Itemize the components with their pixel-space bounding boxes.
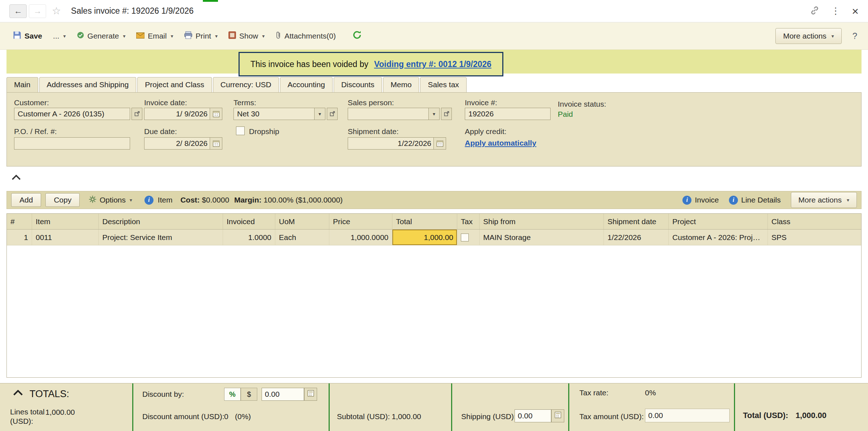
calendar-icon[interactable] [210,108,222,120]
cell-num[interactable]: 1 [7,230,32,245]
print-button[interactable]: Print ▾ [180,28,222,44]
attachments-label: Attachments(0) [285,32,336,40]
cell-price[interactable]: 1,000.0000 [329,230,392,245]
totals-section-discount: Discount by: % $ 0.00 Discount amount (U… [133,383,330,431]
info-icon[interactable]: i [144,196,153,205]
terms-open-button[interactable] [327,108,338,120]
tab-discounts[interactable]: Discounts [334,77,382,92]
save-button[interactable]: Save [9,28,46,44]
column-header-invoiced[interactable]: Invoiced [223,214,275,229]
due-date-value: 2/ 8/2026 [148,139,208,148]
collapse-items-button[interactable] [12,175,21,181]
items-more-actions-button[interactable]: More actions ▾ [791,192,857,208]
tax-checkbox[interactable] [461,234,469,241]
cell-project[interactable]: Customer A - 2026: Proj… [669,230,768,245]
chevron-down-icon: ▾ [130,197,132,203]
shipping-calculator-button[interactable] [551,409,564,422]
column-header-total[interactable]: Total [392,214,457,229]
column-header-tax[interactable]: Tax [457,214,480,229]
cell-item[interactable]: 0011 [32,230,99,245]
chevron-down-icon[interactable]: ▾ [428,108,439,120]
generate-button[interactable]: Generate ▾ [72,28,130,44]
customer-input[interactable]: Customer A - 2026 (0135) [14,108,130,120]
line-details-toggle[interactable]: i Line Details [729,196,781,205]
calendar-icon[interactable] [433,138,446,149]
info-icon: i [729,196,738,205]
due-date-input[interactable]: 2/ 8/2026 [144,137,222,150]
po-ref-input[interactable] [14,137,130,150]
link-icon[interactable] [810,6,819,17]
tab-main[interactable]: Main [6,77,38,92]
copy-row-button[interactable]: Copy [45,193,80,207]
column-header-project[interactable]: Project [669,214,768,229]
refresh-icon [352,30,362,41]
cell-ship-from[interactable]: MAIN Storage [480,230,604,245]
column-header-class[interactable]: Class [768,214,861,229]
terms-select[interactable]: Net 30 ▾ [233,108,325,120]
column-header-ship-from[interactable]: Ship from [480,214,604,229]
customer-label: Customer: [14,98,49,107]
cell-uom[interactable]: Each [275,230,329,245]
calendar-icon[interactable] [210,138,222,149]
apply-automatically-link[interactable]: Apply automatically [465,139,536,147]
discount-input[interactable]: 0.00 [262,388,304,401]
customer-open-button[interactable] [132,108,142,120]
cell-class[interactable]: SPS [768,230,861,245]
favorite-icon[interactable]: ☆ [52,5,61,17]
voided-message-box: This invoice has been voided by Voiding … [239,52,503,76]
chevron-up-icon [12,175,21,181]
shipment-date-input[interactable]: 1/22/2026 [348,137,446,150]
tab-currency[interactable]: Currency: USD [213,77,279,92]
column-header-num[interactable]: # [7,214,32,229]
cell-tax[interactable] [457,230,480,245]
dropship-checkbox[interactable] [236,126,245,135]
close-icon[interactable]: × [852,5,859,17]
tab-accounting[interactable]: Accounting [280,77,333,92]
voiding-entry-link[interactable]: Voiding entry #: 0012 1/9/2026 [374,59,491,69]
options-button[interactable]: Options ▾ [89,196,132,205]
totals-title: TOTALS: [30,388,69,400]
cell-description[interactable]: Project: Service Item [99,230,223,245]
cell-shipment-date[interactable]: 1/22/2026 [604,230,669,245]
save-label: Save [25,32,42,40]
email-button[interactable]: Email ▾ [132,29,178,43]
more-menu-button[interactable]: ... ▾ [49,29,70,43]
cell-total-selected[interactable]: 1,000.00 [392,230,457,245]
chevron-down-icon[interactable]: ▾ [314,108,325,120]
column-header-description[interactable]: Description [99,214,223,229]
column-header-item[interactable]: Item [32,214,99,229]
add-row-button[interactable]: Add [11,193,41,207]
collapse-totals-button[interactable] [13,390,23,397]
tab-project-and-class[interactable]: Project and Class [137,77,212,92]
discount-calculator-button[interactable] [304,388,317,401]
cell-invoiced[interactable]: 1.0000 [223,230,275,245]
refresh-button[interactable] [348,27,366,44]
column-header-uom[interactable]: UoM [275,214,329,229]
table-row[interactable]: 1 0011 Project: Service Item 1.0000 Each… [7,230,861,245]
back-button[interactable]: ← [9,4,27,18]
invoice-view-toggle[interactable]: i Invoice [682,196,719,205]
help-button[interactable]: ? [853,31,859,41]
discount-percent-button[interactable]: % [224,388,241,401]
invoice-number-input[interactable]: 192026 [465,108,551,120]
column-header-price[interactable]: Price [329,214,392,229]
attachments-button[interactable]: Attachments(0) [271,28,340,44]
tab-memo[interactable]: Memo [383,77,419,92]
options-label: Options [99,196,125,204]
sales-person-open-button[interactable] [441,108,452,120]
forward-button[interactable]: → [29,4,46,18]
invoice-date-input[interactable]: 1/ 9/2026 [144,108,222,120]
more-actions-button[interactable]: More actions ▾ [775,28,841,44]
column-header-shipment-date[interactable]: Shipment date [604,214,669,229]
sales-person-select[interactable]: ▾ [348,108,440,120]
shipping-input[interactable]: 0.00 [515,409,551,422]
open-picker-icon [330,110,335,118]
total-value: 1,000.00 [796,411,827,420]
tab-sales-tax[interactable]: Sales tax [420,77,466,92]
discount-dollar-button[interactable]: $ [241,388,257,401]
tab-addresses-and-shipping[interactable]: Addresses and Shipping [39,77,137,92]
show-button[interactable]: Show ▾ [224,28,269,44]
attachment-icon [276,31,281,41]
tax-amount-input[interactable]: 0.00 [645,409,730,422]
kebab-menu-icon[interactable]: ⋮ [831,5,840,17]
